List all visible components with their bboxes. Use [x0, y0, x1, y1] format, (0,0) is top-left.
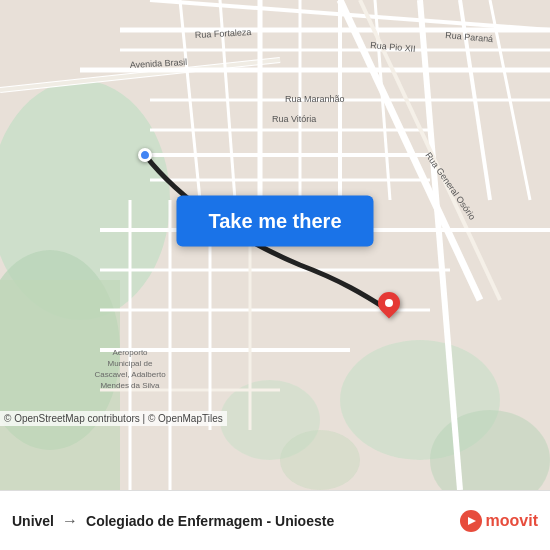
- svg-text:Municipal de: Municipal de: [108, 359, 153, 368]
- moovit-logo-text: moovit: [486, 512, 538, 530]
- origin-marker: [138, 148, 152, 162]
- svg-text:Rua Maranhão: Rua Maranhão: [285, 94, 345, 104]
- map-attribution: © OpenStreetMap contributors | © OpenMap…: [0, 411, 227, 426]
- origin-label: Univel: [12, 513, 54, 529]
- destination-label: Colegiado de Enfermagem - Unioeste: [86, 513, 334, 529]
- svg-text:Cascavel, Adalberto: Cascavel, Adalberto: [94, 370, 166, 379]
- moovit-logo: moovit: [460, 510, 538, 532]
- take-me-there-button[interactable]: Take me there: [176, 195, 373, 246]
- moovit-logo-icon: [460, 510, 482, 532]
- map-container: Rua Fortaleza Avenida Brasil Rua Pio XII…: [0, 0, 550, 490]
- bottom-bar: Univel → Colegiado de Enfermagem - Unioe…: [0, 490, 550, 550]
- svg-text:Mendes da Silva: Mendes da Silva: [100, 381, 160, 390]
- destination-marker: [378, 292, 400, 314]
- arrow-icon: →: [62, 512, 78, 530]
- svg-text:Aeroporto: Aeroporto: [112, 348, 148, 357]
- svg-point-7: [280, 430, 360, 490]
- svg-text:Rua Vitória: Rua Vitória: [272, 114, 316, 124]
